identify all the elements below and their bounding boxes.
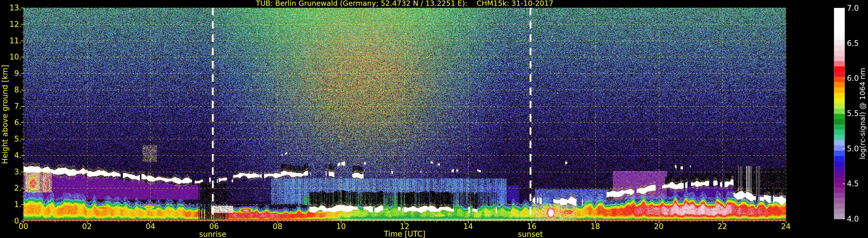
x-tick-label: 20 bbox=[654, 223, 663, 230]
y-tick-label: 13. bbox=[0, 4, 22, 11]
y-tick-label: 4. bbox=[0, 151, 22, 159]
x-tick-label: 14 bbox=[463, 223, 473, 230]
colorbar-tick-label: 5.0 bbox=[847, 145, 859, 152]
x-tick-label: 10 bbox=[336, 223, 346, 230]
y-tick-label: 3. bbox=[0, 168, 22, 176]
x-tick-label: 00 bbox=[19, 223, 28, 230]
y-tick-label: 8. bbox=[0, 86, 22, 94]
colorbar-tick-label: 6.5 bbox=[847, 40, 859, 47]
x-tick-label: 22 bbox=[718, 223, 727, 230]
y-tick-label: 7. bbox=[0, 103, 22, 110]
x-tick-label: 12 bbox=[400, 223, 409, 230]
sunrise-annotation: sunrise bbox=[199, 230, 226, 238]
x-tick-label: 02 bbox=[82, 223, 92, 230]
colorbar-tick-label: 4.0 bbox=[847, 215, 859, 223]
y-tick-label: 2. bbox=[0, 184, 22, 192]
x-tick-label: 04 bbox=[146, 223, 155, 230]
lidar-quicklook: TUB: Berlin Grunewald (Germany; 52.4732 … bbox=[0, 0, 868, 238]
y-tick-label: 9. bbox=[0, 70, 22, 77]
y-axis-label: Height above ground [km] bbox=[1, 65, 9, 164]
y-tick-label: 11. bbox=[0, 37, 22, 44]
colorbar-tick-label: 5.5 bbox=[847, 110, 859, 117]
x-tick-label: 18 bbox=[590, 223, 600, 230]
y-tick-label: 1. bbox=[0, 201, 22, 208]
colorbar-tick-label: 7.0 bbox=[847, 4, 859, 12]
x-tick-label: 08 bbox=[273, 223, 282, 230]
sunset-annotation: sunset bbox=[518, 230, 543, 238]
lidar-heatmap-canvas bbox=[0, 0, 868, 238]
x-tick-label: 24 bbox=[781, 223, 790, 230]
x-tick-label: 16 bbox=[527, 223, 536, 230]
x-axis-label: Time [UTC] bbox=[24, 230, 786, 238]
colorbar-label: log(rc-signal) @ 1064 nm bbox=[859, 68, 867, 160]
chart-title: TUB: Berlin Grunewald (Germany; 52.4732 … bbox=[24, 0, 786, 7]
y-tick-label: 6. bbox=[0, 119, 22, 126]
colorbar-tick-label: 6.0 bbox=[847, 74, 859, 82]
x-tick-label: 06 bbox=[209, 223, 219, 230]
y-tick-label: 10. bbox=[0, 53, 22, 61]
y-tick-label: 5. bbox=[0, 135, 22, 143]
y-tick-label: 12. bbox=[0, 21, 22, 28]
y-tick-label: 0. bbox=[0, 217, 22, 225]
colorbar-tick-label: 4.5 bbox=[847, 180, 859, 188]
